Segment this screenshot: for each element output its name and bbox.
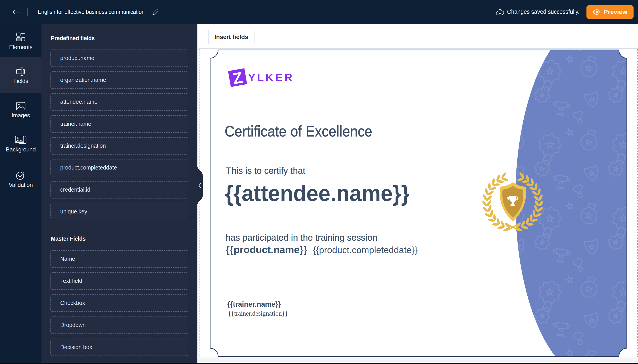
svg-text:YLKER: YLKER — [248, 71, 294, 84]
